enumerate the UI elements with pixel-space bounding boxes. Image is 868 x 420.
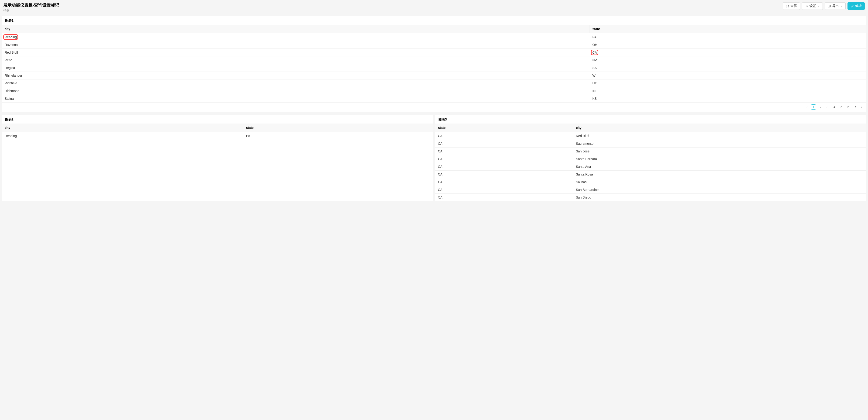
cell-city: Santa Ana xyxy=(573,163,866,170)
chart1-col-state[interactable]: state xyxy=(589,25,866,33)
table-row[interactable]: CASan Jose xyxy=(435,148,866,155)
highlight-city: Reading xyxy=(5,35,17,39)
settings-label: 设置 xyxy=(809,4,816,8)
table-row[interactable]: CASacramento xyxy=(435,140,866,148)
cell-state: CA xyxy=(435,155,573,163)
table-row[interactable]: Red BluffCA xyxy=(2,49,866,56)
cell-state: CA xyxy=(435,163,573,170)
chart3-panel: 图表3 state city CARed BluffCASacramentoCA… xyxy=(435,115,866,201)
export-label: 导出 xyxy=(832,4,839,8)
chart2-body: ReadingPA xyxy=(2,132,433,140)
chart1-pager: ‹ 1234567› xyxy=(2,102,866,112)
table-row[interactable]: RavennaOH xyxy=(2,41,866,49)
pager-page-7[interactable]: 7 xyxy=(853,105,858,109)
cell-state: CA xyxy=(435,186,573,193)
cell-state: CA xyxy=(435,178,573,186)
page-header: 展示功能仪表板-查询设置标记 样例 全屏 设置 ⌄ 导出 ⌄ xyxy=(0,0,868,14)
pager-page-4[interactable]: 4 xyxy=(832,105,837,109)
chart1-col-city[interactable]: city xyxy=(2,25,589,33)
table-row[interactable]: ReginaSA xyxy=(2,64,866,72)
table-row[interactable]: ReadingPA xyxy=(2,132,433,140)
fullscreen-icon xyxy=(786,4,789,8)
cell-state: SA xyxy=(589,64,866,71)
table-row[interactable]: CARed Bluff xyxy=(435,132,866,140)
chart1-header-row: city state xyxy=(2,25,866,33)
cell-city: Salinas xyxy=(573,178,866,186)
svg-point-0 xyxy=(807,5,807,5)
highlight-state: CA xyxy=(592,51,597,54)
table-row[interactable]: CASanta Ana xyxy=(435,163,866,171)
cell-state: OH xyxy=(589,41,866,49)
chart1-panel: 图表1 city state ReadingPARavennaOHRed Blu… xyxy=(2,16,866,112)
cell-state: NV xyxy=(589,56,866,64)
cell-city: San Bernardino xyxy=(573,186,866,193)
chart3-col-state[interactable]: state xyxy=(435,123,573,132)
chart1-body: ReadingPARavennaOHRed BluffCARenoNVRegin… xyxy=(2,33,866,102)
cell-city: San Jose xyxy=(573,148,866,155)
table-row[interactable]: CASanta Barbara xyxy=(435,155,866,163)
export-icon xyxy=(828,4,831,8)
cell-state: IN xyxy=(589,87,866,95)
cell-state: CA xyxy=(435,132,573,140)
cell-city: Regina xyxy=(2,64,589,71)
chart2-col-state[interactable]: state xyxy=(243,123,433,132)
cell-city: Santa Barbara xyxy=(573,155,866,163)
pager-page-1[interactable]: 1 xyxy=(811,104,816,110)
cell-city: Salina xyxy=(2,95,589,102)
table-row[interactable]: CASan Bernardino xyxy=(435,186,866,194)
cell-state: CA xyxy=(589,49,866,56)
table-row[interactable]: RichfieldUT xyxy=(2,80,866,87)
svg-point-2 xyxy=(807,6,807,7)
pager-page-3[interactable]: 3 xyxy=(825,105,830,109)
cell-state: UT xyxy=(589,80,866,87)
cell-city: Richfield xyxy=(2,80,589,87)
title-block: 展示功能仪表板-查询设置标记 样例 xyxy=(3,2,59,12)
pager-page-6[interactable]: 6 xyxy=(846,105,851,109)
table-row[interactable]: SalinaKS xyxy=(2,95,866,102)
chart2-col-city[interactable]: city xyxy=(2,123,243,132)
pager-next[interactable]: › xyxy=(860,104,863,109)
table-row[interactable]: CASan Diego xyxy=(435,194,866,201)
fullscreen-label: 全屏 xyxy=(790,4,797,8)
export-button[interactable]: 导出 ⌄ xyxy=(825,2,846,10)
pager-page-2[interactable]: 2 xyxy=(818,105,823,109)
cell-state: WI xyxy=(589,72,866,79)
cell-city: Ravenna xyxy=(2,41,589,49)
table-row[interactable]: ReadingPA xyxy=(2,33,866,41)
cell-state: CA xyxy=(435,140,573,147)
chevron-down-icon: ⌄ xyxy=(840,4,843,8)
cell-state: PA xyxy=(243,132,433,140)
cell-city: Red Bluff xyxy=(573,132,866,140)
edit-icon xyxy=(850,4,854,8)
cell-city: Reading xyxy=(2,132,243,140)
edit-label: 编辑 xyxy=(855,4,862,8)
cell-state: PA xyxy=(589,33,866,41)
table-row[interactable]: CASalinas xyxy=(435,178,866,186)
cell-city: Reading xyxy=(2,33,589,41)
toolbar: 全屏 设置 ⌄ 导出 ⌄ 编辑 xyxy=(783,2,865,10)
chart3-body: CARed BluffCASacramentoCASan JoseCASanta… xyxy=(435,132,866,201)
fullscreen-button[interactable]: 全屏 xyxy=(783,2,800,10)
table-row[interactable]: RenoNV xyxy=(2,56,866,64)
table-row[interactable]: RichmondIN xyxy=(2,87,866,95)
edit-button[interactable]: 编辑 xyxy=(847,2,865,10)
pager-prev[interactable]: ‹ xyxy=(806,104,809,109)
cell-city: Sacramento xyxy=(573,140,866,147)
chart1-title: 图表1 xyxy=(2,16,866,25)
cell-city: San Diego xyxy=(573,194,866,201)
cell-state: KS xyxy=(589,95,866,102)
chart3-col-city[interactable]: city xyxy=(573,123,866,132)
settings-button[interactable]: 设置 ⌄ xyxy=(802,2,823,10)
cell-city: Santa Rosa xyxy=(573,171,866,178)
filter-settings-icon xyxy=(805,4,808,8)
table-row[interactable]: CASanta Rosa xyxy=(435,171,866,178)
cell-state: CA xyxy=(435,148,573,155)
chart2-header-row: city state xyxy=(2,123,433,132)
pager-page-5[interactable]: 5 xyxy=(839,105,844,109)
cell-state: CA xyxy=(435,171,573,178)
table-row[interactable]: RhinelanderWI xyxy=(2,72,866,80)
chart3-title: 图表3 xyxy=(435,115,866,123)
chart2-title: 图表2 xyxy=(2,115,433,123)
cell-state: CA xyxy=(435,194,573,201)
chevron-down-icon: ⌄ xyxy=(817,4,820,8)
